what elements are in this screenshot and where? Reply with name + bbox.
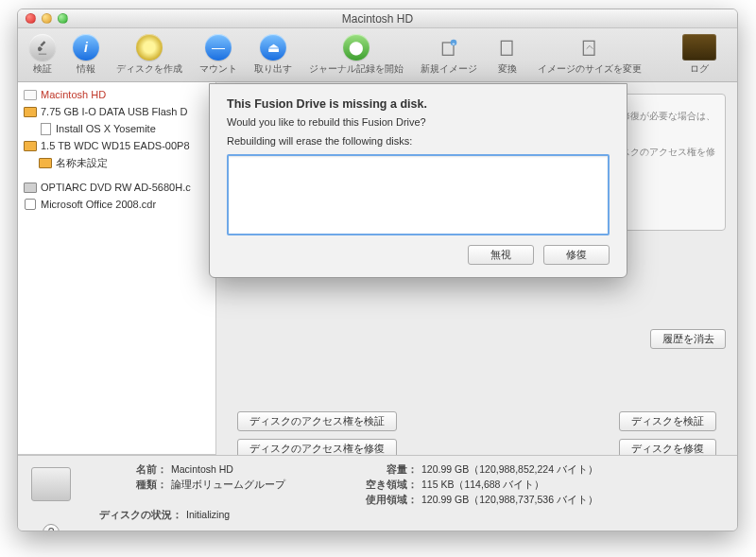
hd-icon bbox=[39, 156, 52, 169]
sidebar-item-label: 名称未設定 bbox=[56, 156, 108, 170]
eject-icon: ⏏ bbox=[260, 34, 286, 61]
sidebar-item-wdc[interactable]: 1.5 TB WDC WD15 EADS-00P8 bbox=[18, 137, 215, 154]
toolbar-new-image[interactable]: + 新規イメージ bbox=[417, 32, 481, 78]
info-icon: i bbox=[73, 34, 99, 61]
dialog-warning: Rebuilding will erase the following disk… bbox=[227, 135, 610, 147]
toolbar-log[interactable]: ログ bbox=[679, 32, 720, 78]
sidebar-item-install-osx[interactable]: Install OS X Yosemite bbox=[18, 120, 215, 137]
toolbar: 検証 i 情報 ディスクを作成 — マウント ⏏ 取り出す ⬤ ジャーナル記録を… bbox=[18, 28, 737, 82]
window-title: Macintosh HD bbox=[18, 12, 737, 26]
verify-disk-button[interactable]: ディスクを検証 bbox=[619, 411, 716, 431]
toolbar-eject[interactable]: ⏏ 取り出す bbox=[250, 32, 296, 78]
sidebar-item-untitled[interactable]: 名称未設定 bbox=[18, 154, 215, 171]
hd-icon bbox=[24, 105, 37, 118]
drive-icon bbox=[31, 467, 71, 501]
clear-history-button[interactable]: 履歴を消去 bbox=[650, 329, 726, 349]
toolbar-journal[interactable]: ⬤ ジャーナル記録を開始 bbox=[305, 32, 407, 78]
type-label: 種類： bbox=[82, 479, 167, 492]
journal-icon: ⬤ bbox=[343, 34, 369, 61]
sidebar-item-label: Install OS X Yosemite bbox=[56, 123, 156, 134]
toolbar-convert[interactable]: 変換 bbox=[490, 32, 524, 78]
repair-permissions-button[interactable]: ディスクのアクセス権を修復 bbox=[237, 439, 397, 455]
toolbar-label: 取り出す bbox=[254, 62, 292, 76]
svg-rect-4 bbox=[583, 41, 594, 55]
svg-text:+: + bbox=[452, 41, 455, 46]
sidebar-item-label: 7.75 GB I-O DATA USB Flash D bbox=[41, 106, 187, 117]
free-label: 空き領域： bbox=[333, 479, 418, 492]
microscope-icon bbox=[29, 34, 56, 61]
doc-icon bbox=[39, 122, 52, 135]
toolbar-label: 新規イメージ bbox=[421, 62, 477, 76]
sidebar-item-usb-flash[interactable]: 7.75 GB I-O DATA USB Flash D bbox=[18, 103, 215, 120]
status-value: Initializing bbox=[186, 509, 230, 522]
dialog-repair-button[interactable]: 修復 bbox=[543, 245, 610, 265]
hd-icon bbox=[24, 139, 37, 152]
resize-icon bbox=[576, 34, 603, 61]
hd-icon bbox=[24, 88, 37, 101]
sidebar-item-label: OPTIARC DVD RW AD-5680H.c bbox=[41, 182, 191, 193]
dialog-ignore-button[interactable]: 無視 bbox=[468, 245, 534, 265]
toolbar-burn[interactable]: ディスクを作成 bbox=[112, 32, 186, 78]
titlebar: Macintosh HD bbox=[18, 9, 737, 28]
used-value: 120.99 GB（120,988,737,536 バイト） bbox=[421, 494, 598, 507]
name-label: 名前： bbox=[82, 463, 167, 477]
disk-utility-window: Macintosh HD 検証 i 情報 ディスクを作成 — マウント ⏏ 取り… bbox=[17, 9, 738, 531]
traffic-lights bbox=[26, 13, 68, 24]
toolbar-label: イメージのサイズを変更 bbox=[538, 62, 642, 76]
new-image-icon: + bbox=[436, 34, 462, 61]
mount-icon: — bbox=[205, 34, 232, 61]
burn-icon bbox=[136, 34, 163, 61]
zoom-button[interactable] bbox=[58, 13, 68, 24]
dialog-title: This Fusion Drive is missing a disk. bbox=[227, 97, 610, 111]
sidebar-item-label: 1.5 TB WDC WD15 EADS-00P8 bbox=[41, 140, 190, 151]
toolbar-verify[interactable]: 検証 bbox=[26, 32, 60, 78]
toolbar-mount[interactable]: — マウント bbox=[196, 32, 241, 78]
used-label: 使用領域： bbox=[333, 494, 418, 507]
toolbar-label: ログ bbox=[690, 62, 709, 76]
repair-disk-button[interactable]: ディスクを修復 bbox=[619, 439, 716, 455]
type-value: 論理ボリュームグループ bbox=[171, 479, 285, 492]
capacity-label: 容量： bbox=[333, 463, 418, 477]
sidebar: Macintosh HD 7.75 GB I-O DATA USB Flash … bbox=[18, 82, 216, 455]
sidebar-item-macintosh-hd[interactable]: Macintosh HD bbox=[18, 86, 215, 103]
toolbar-label: ディスクを作成 bbox=[116, 62, 182, 76]
name-value: Macintosh HD bbox=[171, 463, 233, 477]
dialog-question: Would you like to rebuild this Fusion Dr… bbox=[227, 116, 610, 128]
convert-icon bbox=[494, 34, 521, 61]
toolbar-label: 変換 bbox=[498, 62, 517, 76]
footer-info: ? 名前：Macintosh HD 種類：論理ボリュームグループ 容量：120.… bbox=[18, 455, 737, 531]
sidebar-item-label: Microsoft Office 2008.cdr bbox=[41, 199, 156, 210]
capacity-value: 120.99 GB（120,988,852,224 バイト） bbox=[421, 463, 598, 477]
toolbar-label: 検証 bbox=[33, 62, 52, 76]
toolbar-info[interactable]: i 情報 bbox=[69, 32, 103, 78]
verify-permissions-button[interactable]: ディスクのアクセス権を検証 bbox=[237, 411, 397, 431]
free-value: 115 KB（114,688 バイト） bbox=[421, 479, 544, 492]
sidebar-item-optiarc[interactable]: OPTIARC DVD RW AD-5680H.c bbox=[18, 179, 215, 196]
minimize-button[interactable] bbox=[42, 13, 52, 24]
close-button[interactable] bbox=[26, 13, 36, 24]
sidebar-item-ms-office[interactable]: Microsoft Office 2008.cdr bbox=[18, 196, 215, 213]
sidebar-item-label: Macintosh HD bbox=[41, 89, 106, 100]
dialog-disk-list[interactable] bbox=[227, 154, 610, 235]
toolbar-resize-image[interactable]: イメージのサイズを変更 bbox=[534, 32, 645, 78]
dmg-icon bbox=[24, 198, 37, 211]
toolbar-label: マウント bbox=[199, 62, 237, 76]
optical-icon bbox=[24, 181, 37, 194]
fusion-drive-dialog: This Fusion Drive is missing a disk. Wou… bbox=[209, 83, 627, 278]
svg-rect-3 bbox=[501, 41, 512, 55]
log-icon bbox=[682, 34, 716, 61]
toolbar-label: ジャーナル記録を開始 bbox=[309, 62, 404, 76]
help-button[interactable]: ? bbox=[43, 524, 60, 531]
toolbar-label: 情報 bbox=[77, 62, 95, 76]
status-label: ディスクの状況： bbox=[82, 509, 182, 522]
